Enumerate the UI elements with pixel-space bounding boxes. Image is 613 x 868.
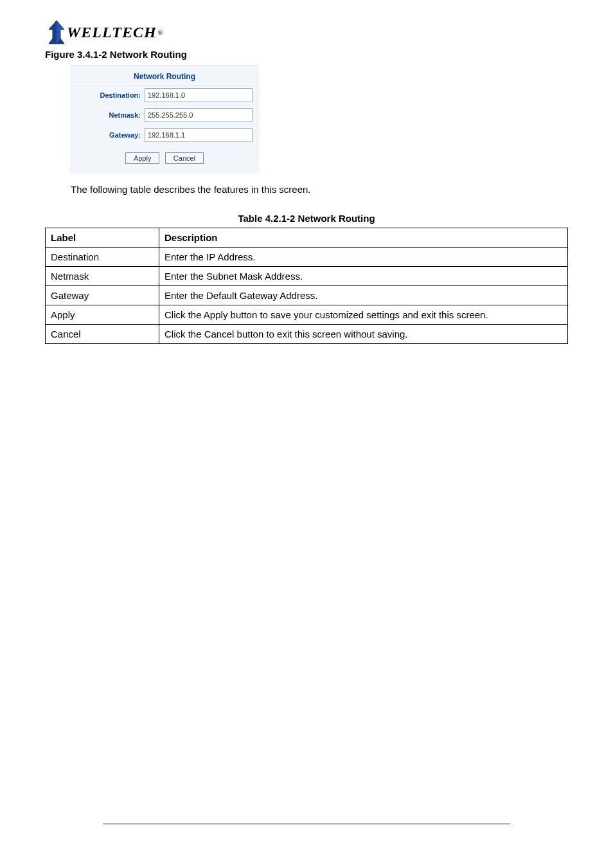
destination-input[interactable] (145, 88, 253, 102)
row-description: Click the Apply button to save your cust… (159, 305, 568, 325)
gateway-label: Gateway: (76, 131, 145, 139)
logo-text: WELLTECH® (67, 24, 164, 41)
figure-caption: Figure 3.4.1-2 Network Routing (45, 49, 568, 60)
body-text: The following table describes the featur… (71, 184, 568, 195)
table-row: Gateway Enter the Default Gateway Addres… (46, 286, 568, 305)
cancel-button[interactable]: Cancel (165, 152, 204, 164)
header-label: Label (46, 228, 159, 248)
apply-button[interactable]: Apply (125, 152, 160, 164)
logo: WELLTECH® (45, 19, 568, 45)
footer-rule (103, 824, 510, 824)
netmask-input[interactable] (145, 108, 253, 122)
table-header-row: Label Description (46, 228, 568, 248)
panel-title: Network Routing (71, 69, 258, 86)
row-description: Enter the Default Gateway Address. (159, 286, 568, 305)
row-label: Netmask (46, 267, 159, 286)
header-description: Description (159, 228, 568, 248)
table-row: Netmask Enter the Subnet Mask Address. (46, 267, 568, 286)
gateway-input[interactable] (145, 128, 253, 142)
table-row: Apply Click the Apply button to save you… (46, 305, 568, 325)
row-description: Enter the IP Address. (159, 248, 568, 267)
destination-label: Destination: (76, 91, 145, 99)
row-label: Apply (46, 305, 159, 325)
description-table: Label Description Destination Enter the … (45, 228, 568, 344)
table-row: Destination Enter the IP Address. (46, 248, 568, 267)
gateway-row: Gateway: (71, 125, 258, 145)
row-label: Cancel (46, 325, 159, 344)
row-label: Destination (46, 248, 159, 267)
row-description: Enter the Subnet Mask Address. (159, 267, 568, 286)
row-label: Gateway (46, 286, 159, 305)
destination-row: Destination: (71, 86, 258, 105)
arrow-icon (45, 19, 68, 45)
row-description: Click the Cancel button to exit this scr… (159, 325, 568, 344)
network-routing-panel: Network Routing Destination: Netmask: Ga… (71, 65, 258, 172)
netmask-row: Netmask: (71, 105, 258, 125)
table-row: Cancel Click the Cancel button to exit t… (46, 325, 568, 344)
table-caption: Table 4.2.1-2 Network Routing (45, 213, 568, 224)
netmask-label: Netmask: (76, 111, 145, 119)
panel-buttons: Apply Cancel (71, 152, 258, 164)
